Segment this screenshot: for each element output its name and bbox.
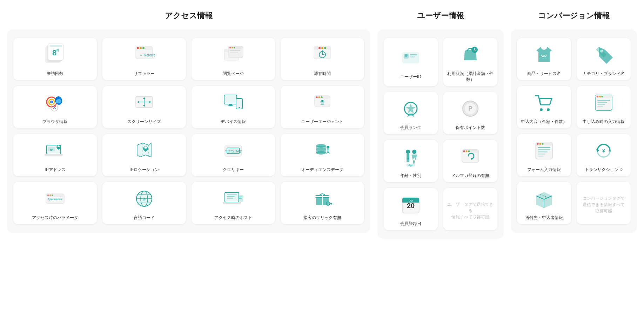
browser-icon — [43, 91, 67, 115]
card-convtag: コンバージョンタグで送信できる情報すべて取得可能 — [577, 182, 631, 224]
svg-rect-105 — [239, 197, 242, 197]
svg-rect-50 — [228, 105, 233, 106]
svg-rect-48 — [225, 96, 236, 103]
time-label: 滞在時間 — [314, 71, 331, 77]
card-ordercontent[interactable]: 申込内容（金額・件数） — [517, 86, 571, 128]
card-click[interactable]: 接客のクリック有無 — [281, 182, 364, 224]
svg-point-137 — [463, 150, 465, 152]
product-label: 商品・サービス名 — [527, 71, 561, 77]
card-referrer[interactable]: → Referrer リファラー — [102, 38, 186, 80]
card-querykey[interactable]: query Key クエリキー — [192, 134, 275, 176]
browse-label: 閲覧ページ — [223, 71, 244, 77]
device-icon — [221, 91, 245, 115]
card-forminput[interactable]: フォーム入力情報 — [517, 134, 571, 176]
card-iplocation[interactable]: IPロケーション — [102, 134, 186, 176]
svg-text:query Key: query Key — [225, 149, 242, 153]
svg-marker-170 — [608, 149, 611, 152]
svg-point-161 — [537, 143, 539, 145]
device-label: デバイス情報 — [221, 119, 246, 125]
user-grid: ユーザーID 3 利用状況（累計金額・件数） — [384, 38, 497, 230]
card-transaction[interactable]: ¥ トランザクションID — [577, 134, 631, 176]
usertag-gray-label: ユーザータグで送信できる情報すべて取得可能 — [446, 201, 495, 220]
access-title: アクセス情報 — [7, 11, 370, 21]
card-language[interactable]: jp 言語コード — [102, 182, 186, 224]
card-audience[interactable]: オーディエンスデータ — [281, 134, 364, 176]
language-icon: jp — [132, 187, 156, 211]
user-section: ユーザー情報 ユーザーID — [377, 11, 504, 239]
convtag-gray-label: コンバージョンタグで送信できる情報すべて取得可能 — [583, 195, 625, 214]
card-time[interactable]: 滞在時間 — [281, 38, 364, 80]
svg-text:回: 回 — [56, 48, 59, 52]
visit-icon: 8 回 — [43, 43, 67, 67]
svg-point-17 — [232, 47, 233, 48]
card-device[interactable]: デバイス情報 — [192, 86, 275, 128]
svg-rect-52 — [237, 100, 242, 106]
time-icon — [310, 43, 334, 67]
card-points[interactable]: P 保有ポイント数 — [443, 92, 497, 134]
points-label: 保有ポイント数 — [456, 125, 485, 131]
card-browse[interactable]: 閲覧ページ — [192, 38, 275, 80]
card-orderinput[interactable]: 申し込み時の入力情報 — [577, 86, 631, 128]
product-icon: AAA — [532, 43, 556, 67]
card-usage[interactable]: 3 利用状況（累計金額・件数） — [443, 38, 497, 86]
svg-rect-106 — [239, 198, 242, 199]
card-shipping[interactable]: 送付先・申込者情報 — [517, 182, 571, 224]
card-usertag: ユーザータグで送信できる情報すべて取得可能 — [443, 188, 497, 230]
card-regdate[interactable]: Oct 20 会員登録日 — [384, 188, 438, 230]
access-section: アクセス情報 8 回 来訪回数 — [7, 11, 370, 239]
card-category[interactable]: カテゴリ・ブランド名 — [577, 38, 631, 80]
svg-text:P: P — [468, 105, 472, 112]
audience-label: オーディエンスデータ — [301, 167, 343, 173]
audience-icon — [310, 139, 334, 163]
usage-label: 利用状況（累計金額・件数） — [446, 71, 495, 83]
iplocation-icon — [132, 139, 156, 163]
referrer-label: リファラー — [134, 71, 155, 77]
ordercontent-label: 申込内容（金額・件数） — [521, 119, 567, 125]
card-agegender[interactable]: Age 年齢・性別 — [384, 140, 438, 182]
querykey-icon: query Key — [221, 139, 245, 163]
svg-point-78 — [316, 151, 326, 155]
svg-text:¥: ¥ — [602, 148, 605, 153]
referrer-icon: → Referrer — [132, 43, 156, 67]
svg-point-16 — [229, 47, 231, 48]
transaction-icon: ¥ — [592, 139, 616, 163]
svg-point-25 — [321, 47, 323, 49]
conversion-section: コンバージョン情報 AAA 商品・サービス名 — [511, 11, 637, 239]
svg-rect-113 — [331, 203, 332, 205]
agegender-icon: Age — [399, 145, 423, 169]
svg-rect-100 — [223, 202, 241, 204]
screen-label: スクリーンサイズ — [127, 119, 161, 125]
svg-point-58 — [321, 96, 323, 98]
card-userid[interactable]: ユーザーID — [384, 38, 438, 86]
card-browser[interactable]: ブラウザ情報 — [13, 86, 97, 128]
rank-icon — [399, 97, 423, 121]
svg-point-153 — [599, 96, 601, 97]
card-host[interactable]: アクセス時のホスト — [192, 182, 275, 224]
svg-point-79 — [316, 148, 326, 151]
svg-text:IP: IP — [50, 148, 53, 151]
card-ip[interactable]: IP IPアドレス — [13, 134, 97, 176]
svg-rect-156 — [597, 102, 607, 103]
points-icon: P — [458, 97, 482, 121]
orderinput-label: 申し込み時の入力情報 — [583, 119, 625, 125]
regdate-label: 会員登録日 — [400, 221, 421, 227]
card-visit-count[interactable]: 8 回 来訪回数 — [13, 38, 97, 80]
svg-rect-167 — [538, 153, 545, 155]
card-product[interactable]: AAA 商品・サービス名 — [517, 38, 571, 80]
card-newsletter[interactable]: メルマガ登録の有無 — [443, 140, 497, 182]
card-rank[interactable]: 会員ランク — [384, 92, 438, 134]
browser-label: ブラウザ情報 — [42, 119, 68, 125]
card-screen[interactable]: スクリーンサイズ — [102, 86, 186, 128]
card-useragent[interactable]: ユーザーエージェント — [281, 86, 364, 128]
svg-point-139 — [468, 150, 470, 152]
svg-text:?parameter: ?parameter — [48, 198, 62, 201]
visit-count-label: 来訪回数 — [47, 71, 63, 77]
newsletter-icon — [458, 145, 482, 169]
svg-rect-19 — [230, 50, 240, 51]
svg-point-131 — [412, 150, 416, 154]
orderinput-icon — [592, 91, 616, 115]
shipping-icon — [532, 187, 556, 211]
newsletter-label: メルマガ登録の有無 — [451, 173, 489, 179]
svg-point-149 — [547, 108, 550, 111]
card-parameter[interactable]: ?parameter アクセス時のパラメータ — [13, 182, 97, 224]
